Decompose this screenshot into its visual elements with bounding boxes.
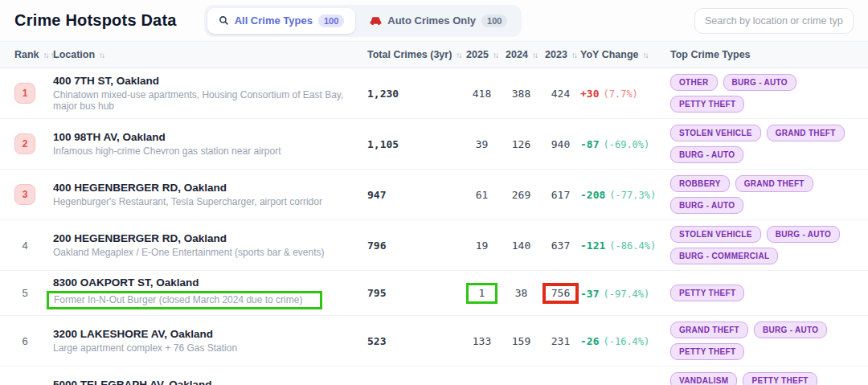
- yoy-percent: (-86.4%): [609, 240, 656, 252]
- location-title: 400 HEGENBERGER RD, Oakland: [53, 182, 367, 194]
- location-title: 8300 OAKPORT ST, Oakland: [53, 276, 367, 289]
- location-title: 400 7TH ST, Oakland: [53, 75, 367, 87]
- rank-value: 6: [14, 335, 35, 347]
- table-row[interactable]: 4 200 HEGENBERGER RD, Oakland Oakland Me…: [0, 220, 868, 271]
- yoy-delta: -208: [580, 189, 605, 201]
- year-2023-value: 231: [541, 335, 580, 347]
- rank-cell: 4: [14, 240, 53, 252]
- location-subtitle: Oakland Megaplex / E-One Entertainment (…: [53, 247, 367, 258]
- yoy-delta: -26: [580, 335, 599, 347]
- sort-icon[interactable]: ↑↓: [532, 51, 537, 59]
- table-body: 1 400 7TH ST, Oakland Chinatown mixed-us…: [0, 68, 868, 385]
- sort-icon[interactable]: ↑↓: [493, 51, 497, 59]
- total-crimes-value: 796: [367, 240, 462, 252]
- rank-cell: 2: [14, 133, 53, 154]
- total-crimes-value: 795: [367, 287, 462, 299]
- table-row[interactable]: 1 400 7TH ST, Oakland Chinatown mixed-us…: [0, 68, 868, 119]
- year-2025-value: 61: [462, 189, 502, 201]
- sort-icon[interactable]: ↑↓: [456, 51, 461, 59]
- annotation-box-green: 1: [466, 283, 498, 304]
- location-cell: 8300 OAKPORT ST, Oakland Former In-N-Out…: [53, 276, 367, 309]
- year-2023-value: 756: [541, 283, 580, 304]
- search-input[interactable]: [694, 8, 854, 34]
- sort-icon[interactable]: ↑↓: [571, 51, 576, 59]
- location-subtitle: Hegenburger's Restaurant, Tesla Supercha…: [53, 196, 367, 207]
- year-2024-value: 38: [502, 287, 541, 299]
- year-2024-value: 159: [502, 335, 541, 347]
- rank-value: 5: [14, 287, 35, 299]
- rank-value: 3: [14, 184, 35, 205]
- tab-count-badge: 100: [481, 14, 507, 27]
- year-2025-value: 1: [462, 283, 502, 304]
- yoy-change-cell: -87(-69.0%): [580, 137, 670, 151]
- search-box: [694, 8, 854, 34]
- table-row[interactable]: 6 3200 LAKESHORE AV, Oakland Large apart…: [0, 316, 868, 367]
- location-subtitle: Former In-N-Out Burger (closed March 202…: [53, 291, 367, 309]
- page-title: Crime Hotspots Data: [14, 11, 177, 30]
- yoy-change-cell: -121(-86.4%): [580, 238, 670, 252]
- crime-type-tag: STOLEN VEHICLE: [670, 226, 761, 243]
- location-cell: 100 98TH AV, Oakland Infamous high-crime…: [53, 131, 367, 157]
- top-bar: Crime Hotspots Data All Crime Types 100 …: [0, 0, 868, 42]
- crime-type-tag: OTHER: [670, 74, 718, 91]
- yoy-percent: (-69.0%): [603, 139, 649, 150]
- yoy-percent: (-97.4%): [603, 289, 649, 300]
- year-2023-value: 940: [541, 138, 580, 150]
- table-row[interactable]: 2 100 98TH AV, Oakland Infamous high-cri…: [0, 119, 868, 170]
- tab-auto-crimes-only[interactable]: Auto Crimes Only 100: [358, 8, 518, 34]
- tab-count-badge: 100: [318, 14, 344, 27]
- column-header-top-crime-types: Top Crime Types: [670, 49, 854, 60]
- top-crime-types-cell: GRAND THEFTBURG - AUTOPETTY THEFT: [670, 322, 854, 360]
- yoy-change-cell: -37(-97.4%): [580, 286, 670, 301]
- table-row[interactable]: 5 8300 OAKPORT ST, Oakland Former In-N-O…: [0, 271, 868, 316]
- location-subtitle: Chinatown mixed-use apartments, Housing …: [53, 89, 367, 112]
- yoy-percent: (-16.4%): [603, 336, 649, 347]
- crime-type-tag: BURG - AUTO: [670, 146, 743, 163]
- sort-icon[interactable]: ↑↓: [43, 51, 48, 59]
- location-cell: 5000 TELEGRAPH AV, Oakland Temescal reta…: [53, 379, 367, 385]
- location-title: 100 98TH AV, Oakland: [53, 131, 367, 143]
- column-header-location[interactable]: Location↑↓: [53, 49, 367, 60]
- crime-type-tag: GRAND THEFT: [767, 125, 845, 141]
- table-header-row: Rank↑↓↑ Location↑↓ Total Crimes (3yr)↑↓ …: [0, 42, 868, 68]
- filter-tab-group: All Crime Types 100 Auto Crimes Only 100: [204, 5, 522, 37]
- year-2024-value: 388: [502, 88, 541, 100]
- location-title: 200 HEGENBERGER RD, Oakland: [53, 232, 367, 244]
- location-title: 5000 TELEGRAPH AV, Oakland: [53, 379, 367, 385]
- crime-type-tag: BURG - AUTO: [723, 74, 796, 91]
- column-header-2025[interactable]: 2025↑↓: [462, 49, 502, 60]
- yoy-delta: +30: [580, 88, 599, 100]
- total-crimes-value: 947: [367, 189, 462, 201]
- column-header-yoy-change[interactable]: YoY Change↑↓: [580, 49, 670, 60]
- year-2023-value: 424: [541, 88, 580, 100]
- yoy-change-cell: +30(7.7%): [580, 86, 670, 100]
- table-row[interactable]: 3 400 HEGENBERGER RD, Oakland Hegenburge…: [0, 170, 868, 220]
- crime-type-tag: VANDALISM: [670, 372, 737, 385]
- top-crime-types-cell: STOLEN VEHICLEGRAND THEFTBURG - AUTO: [670, 125, 854, 163]
- year-2025-value: 39: [462, 138, 502, 150]
- column-header-2024[interactable]: 2024↑↓: [502, 49, 541, 60]
- rank-value: 1: [14, 83, 35, 104]
- year-2024-value: 140: [502, 240, 541, 252]
- location-cell: 200 HEGENBERGER RD, Oakland Oakland Mega…: [53, 232, 367, 258]
- location-subtitle: Large apartment complex + 76 Gas Station: [53, 342, 367, 354]
- rank-cell: 1: [14, 83, 53, 104]
- yoy-percent: (-77.3%): [609, 190, 656, 201]
- yoy-change-cell: -26(-16.4%): [580, 334, 670, 348]
- top-crime-types-cell: STOLEN VEHICLEBURG - AUTOBURG - COMMERCI…: [670, 226, 854, 264]
- location-cell: 400 HEGENBERGER RD, Oakland Hegenburger'…: [53, 182, 367, 207]
- yoy-delta: -37: [580, 288, 599, 300]
- column-header-rank[interactable]: Rank↑↓↑: [14, 49, 53, 60]
- tab-label: All Crime Types: [235, 14, 313, 27]
- magnifier-icon: [219, 15, 229, 26]
- sort-icon[interactable]: ↑↓: [642, 51, 647, 59]
- sort-icon[interactable]: ↑↓: [99, 51, 104, 59]
- year-2025-value: 133: [462, 335, 502, 347]
- location-cell: 400 7TH ST, Oakland Chinatown mixed-use …: [53, 75, 367, 112]
- year-2024-value: 269: [502, 189, 541, 201]
- column-header-2023[interactable]: 2023↑↓: [541, 49, 580, 60]
- crime-type-tag: PETTY THEFT: [670, 96, 744, 113]
- column-header-total-crimes[interactable]: Total Crimes (3yr)↑↓: [367, 49, 462, 60]
- tab-all-crime-types[interactable]: All Crime Types 100: [207, 8, 356, 34]
- table-row[interactable]: 7 5000 TELEGRAPH AV, Oakland Temescal re…: [0, 367, 868, 385]
